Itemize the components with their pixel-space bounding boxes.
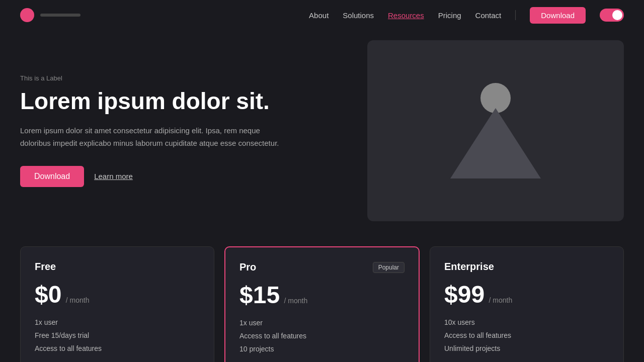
price-pro: $15 / month	[239, 281, 405, 309]
features-pro: 1x user Access to all features 10 projec…	[239, 319, 405, 353]
nav-divider	[515, 10, 516, 20]
nav-link-resources[interactable]: Resources	[388, 11, 424, 20]
hero-description: Lorem ipsum dolor sit amet consectetur a…	[20, 125, 282, 150]
price-amount-enterprise: $99	[444, 281, 485, 308]
nav-download-button[interactable]: Download	[530, 7, 586, 24]
pricing-section: Free $0 / month 1x user Free 15/days tri…	[0, 226, 644, 362]
list-item: 1x user	[35, 318, 200, 326]
nav-link-contact[interactable]: Contact	[475, 11, 502, 20]
list-item: 10x users	[444, 318, 609, 326]
list-item: 10 projects	[239, 345, 405, 353]
toggle-thumb	[612, 10, 622, 20]
popular-badge: Popular	[373, 262, 405, 273]
pricing-card-pro: Pro Popular $15 / month 1x user Access t…	[224, 246, 420, 362]
navbar: About Solutions Resources Pricing Contac…	[0, 0, 644, 30]
list-item: Unlimited projects	[444, 344, 609, 352]
nav-links: About Solutions Resources Pricing Contac…	[309, 7, 624, 24]
features-enterprise: 10x users Access to all features Unlimit…	[444, 318, 609, 352]
list-item: Access to all features	[239, 332, 405, 340]
price-enterprise: $99 / month	[444, 281, 609, 308]
nav-link-solutions[interactable]: Solutions	[343, 11, 374, 20]
hero-label: This is a Label	[20, 74, 347, 82]
hero-placeholder-graphic	[450, 83, 541, 178]
nav-link-pricing[interactable]: Pricing	[438, 11, 461, 20]
list-item: Free 15/days trial	[35, 331, 200, 339]
hero-content: This is a Label Lorem ipsum dolor sit. L…	[20, 35, 367, 226]
toggle-track[interactable]	[600, 9, 624, 22]
theme-toggle[interactable]	[600, 9, 624, 22]
price-period-free: / month	[66, 296, 90, 304]
hero-title: Lorem ipsum dolor sit.	[20, 88, 347, 115]
list-item: 1x user	[239, 319, 405, 327]
pricing-card-free: Free $0 / month 1x user Free 15/days tri…	[20, 246, 214, 362]
tier-label-free: Free	[35, 261, 56, 273]
list-item: Access to all features	[444, 331, 609, 339]
card-header-pro: Pro Popular	[239, 261, 405, 273]
hero-section: This is a Label Lorem ipsum dolor sit. L…	[0, 35, 644, 226]
price-free: $0 / month	[35, 281, 200, 308]
price-amount-free: $0	[35, 281, 61, 308]
list-item: Access to all features	[35, 344, 200, 352]
logo-wordmark	[40, 14, 80, 17]
logo-icon	[20, 8, 34, 22]
card-header-free: Free	[35, 261, 200, 273]
tier-label-enterprise: Enterprise	[444, 261, 494, 273]
price-amount-pro: $15	[239, 282, 280, 308]
features-free: 1x user Free 15/days trial Access to all…	[35, 318, 200, 352]
price-period-enterprise: / month	[489, 296, 513, 304]
tier-label-pro: Pro	[239, 261, 256, 273]
nav-link-about[interactable]: About	[309, 11, 329, 20]
price-period-pro: / month	[284, 297, 308, 305]
hero-learn-more-link[interactable]: Learn more	[94, 172, 133, 180]
nav-logo	[20, 8, 80, 22]
placeholder-triangle-icon	[450, 108, 541, 178]
pricing-card-enterprise: Enterprise $99 / month 10x users Access …	[430, 246, 624, 362]
hero-download-button[interactable]: Download	[20, 166, 84, 187]
hero-image	[367, 40, 624, 221]
hero-actions: Download Learn more	[20, 166, 347, 187]
card-header-enterprise: Enterprise	[444, 261, 609, 273]
